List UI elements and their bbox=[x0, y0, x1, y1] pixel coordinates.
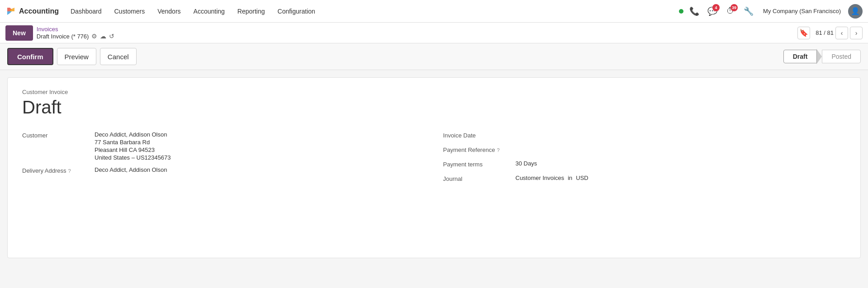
confirm-bar: Confirm Preview Cancel Draft Posted bbox=[0, 43, 868, 70]
nav-vendors[interactable]: Vendors bbox=[152, 5, 186, 18]
nav-reporting[interactable]: Reporting bbox=[232, 5, 270, 18]
phone-icon: 📞 bbox=[689, 6, 699, 16]
delivery-address-row: Delivery Address ? Deco Addict, Addison … bbox=[22, 164, 425, 178]
wrench-icon: 🔧 bbox=[744, 6, 754, 16]
invoice-status-heading: Draft bbox=[22, 97, 846, 118]
breadcrumb-current: Draft Invoice (* 776) ⚙ ☁ ↺ bbox=[37, 33, 115, 40]
payment-reference-help-icon[interactable]: ? bbox=[497, 147, 499, 153]
status-posted[interactable]: Posted bbox=[822, 50, 861, 63]
online-status-dot bbox=[679, 9, 683, 14]
invoice-type-label: Customer Invoice bbox=[22, 89, 846, 95]
messages-badge: 4 bbox=[712, 4, 720, 11]
status-draft[interactable]: Draft bbox=[783, 50, 817, 63]
payment-terms-value[interactable]: 30 Days bbox=[516, 160, 846, 167]
journal-value[interactable]: Customer Invoices bbox=[516, 175, 564, 181]
breadcrumb-link[interactable]: Invoices bbox=[37, 26, 115, 33]
invoice-date-row: Invoice Date bbox=[443, 128, 846, 143]
form-grid: Customer Deco Addict, Addison Olson 77 S… bbox=[22, 128, 846, 186]
delivery-address-help-icon[interactable]: ? bbox=[68, 168, 71, 174]
customer-row: Customer Deco Addict, Addison Olson 77 S… bbox=[22, 128, 425, 164]
form-left: Customer Deco Addict, Addison Olson 77 S… bbox=[22, 128, 425, 186]
clock-badge: 39 bbox=[730, 4, 738, 11]
new-button[interactable]: New bbox=[5, 25, 33, 41]
prev-record-button[interactable]: ‹ bbox=[835, 27, 848, 39]
customer-address2: Pleasant Hill CA 94523 bbox=[95, 146, 425, 153]
record-nav: 81 / 81 ‹ › bbox=[816, 27, 863, 39]
company-label: My Company (San Francisco) bbox=[763, 8, 841, 14]
app-brand: Accounting bbox=[19, 7, 59, 15]
topnav: Accounting Dashboard Customers Vendors A… bbox=[0, 0, 868, 23]
breadcrumb-section: Invoices Draft Invoice (* 776) ⚙ ☁ ↺ bbox=[37, 26, 115, 40]
customer-address3: United States – US12345673 bbox=[95, 154, 425, 161]
status-pipeline: Draft Posted bbox=[783, 49, 861, 64]
settings-icon-btn[interactable]: 🔧 bbox=[741, 4, 756, 19]
status-arrow bbox=[816, 49, 822, 64]
messages-icon-btn[interactable]: 💬 4 bbox=[705, 4, 720, 19]
nav-customers[interactable]: Customers bbox=[109, 5, 151, 18]
phone-icon-btn[interactable]: 📞 bbox=[687, 4, 702, 19]
preview-button[interactable]: Preview bbox=[57, 48, 96, 65]
invoice-form: Customer Invoice Draft Customer Deco Add… bbox=[7, 77, 861, 258]
delivery-address-label: Delivery Address ? bbox=[22, 166, 95, 174]
journal-value-group: Customer Invoices in USD bbox=[516, 175, 846, 181]
journal-currency[interactable]: USD bbox=[576, 175, 588, 181]
payment-terms-label: Payment terms bbox=[443, 160, 516, 168]
nav-accounting[interactable]: Accounting bbox=[188, 5, 230, 18]
bookmark-button[interactable]: 🔖 bbox=[797, 27, 810, 39]
avatar-icon: 👤 bbox=[851, 7, 860, 15]
payment-reference-label: Payment Reference ? bbox=[443, 146, 516, 153]
next-record-button[interactable]: › bbox=[850, 27, 863, 39]
cloud-icon[interactable]: ☁ bbox=[100, 33, 106, 40]
customer-name: Deco Addict, Addison Olson bbox=[95, 131, 425, 138]
confirm-button[interactable]: Confirm bbox=[7, 48, 53, 65]
payment-reference-row: Payment Reference ? bbox=[443, 143, 846, 157]
refresh-icon[interactable]: ↺ bbox=[109, 33, 114, 40]
chevron-right-icon: › bbox=[855, 29, 858, 37]
cancel-button[interactable]: Cancel bbox=[100, 48, 137, 65]
breadcrumb-current-text: Draft Invoice (* 776) bbox=[37, 33, 89, 40]
customer-label: Customer bbox=[22, 131, 95, 139]
customer-value[interactable]: Deco Addict, Addison Olson 77 Santa Barb… bbox=[95, 131, 425, 161]
app-logo[interactable]: Accounting bbox=[5, 6, 59, 17]
delivery-address-value[interactable]: Deco Addict, Addison Olson bbox=[95, 166, 425, 173]
journal-label: Journal bbox=[443, 175, 516, 182]
journal-in: in bbox=[568, 175, 572, 181]
invoice-date-label: Invoice Date bbox=[443, 131, 516, 139]
nav-dashboard[interactable]: Dashboard bbox=[65, 5, 107, 18]
chevron-left-icon: ‹ bbox=[841, 29, 843, 37]
clock-icon-btn[interactable]: ⏱ 39 bbox=[723, 4, 738, 19]
payment-terms-row: Payment terms 30 Days bbox=[443, 157, 846, 172]
customer-address1: 77 Santa Barbara Rd bbox=[95, 139, 425, 146]
bookmark-icon: 🔖 bbox=[799, 28, 808, 37]
gear-icon[interactable]: ⚙ bbox=[91, 33, 97, 40]
logo-icon bbox=[5, 6, 16, 17]
nav-configuration[interactable]: Configuration bbox=[272, 5, 321, 18]
topnav-icons: 📞 💬 4 ⏱ 39 🔧 My Company (San Francisco) … bbox=[679, 4, 863, 19]
user-avatar[interactable]: 👤 bbox=[848, 4, 863, 19]
journal-row: Journal Customer Invoices in USD bbox=[443, 172, 846, 186]
record-count: 81 / 81 bbox=[816, 29, 834, 36]
form-right: Invoice Date Payment Reference ? Payment… bbox=[443, 128, 846, 186]
action-bar: New Invoices Draft Invoice (* 776) ⚙ ☁ ↺… bbox=[0, 23, 868, 43]
